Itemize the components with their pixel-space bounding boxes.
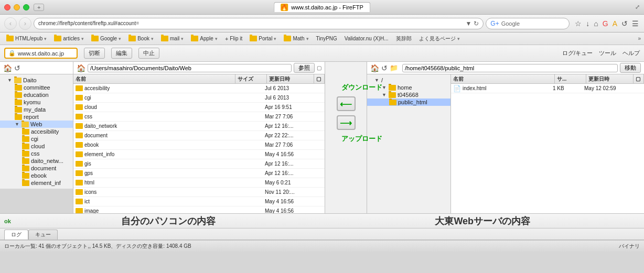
remote-nav-icon[interactable]: 🏠 <box>370 64 379 72</box>
folder-icon <box>15 107 22 113</box>
local-file-row[interactable]: icons Nov 11 20:... <box>73 188 325 197</box>
local-file-row[interactable]: gis Apr 12 16:... <box>73 159 325 169</box>
local-file-row[interactable]: cloud Apr 16 9:51 <box>73 103 325 112</box>
tree-item-ebook[interactable]: ebook <box>0 172 73 179</box>
home-icon[interactable]: ⌂ <box>593 18 599 29</box>
tab-favicon: 🔥 <box>281 4 288 11</box>
refresh-icon[interactable]: ↻ <box>474 20 479 27</box>
folder-icon <box>389 100 396 105</box>
ftp-right-buttons: ログ/キュー ツール ヘルプ <box>562 49 640 57</box>
local-file-row[interactable]: accesibility Jul 6 2013 <box>73 84 325 93</box>
tree-item-education[interactable]: education <box>0 91 73 99</box>
remote-path-input[interactable] <box>402 64 618 72</box>
col-header-date[interactable]: 更新日時 <box>267 74 314 83</box>
nav-icon-1[interactable]: ↓ <box>585 18 591 29</box>
new-tab-button[interactable]: + <box>34 4 44 11</box>
local-home-icon[interactable]: 🏠 <box>3 64 12 72</box>
tree-item-committee[interactable]: committee <box>0 84 73 91</box>
remote-tree-t045668[interactable]: ▼ t045668 <box>367 91 450 99</box>
bookmark-portal[interactable]: Portal▾ <box>246 35 280 42</box>
close-button[interactable] <box>4 4 10 10</box>
tree-item-elementinf[interactable]: element_inf <box>0 179 73 187</box>
addon-icon[interactable]: A <box>611 18 618 29</box>
local-ref-button[interactable]: 参照 <box>294 63 315 73</box>
bookmark-articles[interactable]: articles▾ <box>51 35 87 42</box>
remote-col-header-name[interactable]: 名前 <box>451 74 555 83</box>
tree-item-report[interactable]: report <box>0 113 73 121</box>
right-panel: 🏠 ↺ 📁 移動 ▼ / ▼ home ▼ <box>367 62 644 213</box>
remote-move-button[interactable]: 移動 <box>620 63 641 73</box>
file-name: element_info <box>84 151 114 157</box>
local-file-row[interactable]: image May 4 16:56 <box>73 206 325 213</box>
bookmark-html-epub[interactable]: HTML/epub▾ <box>3 35 50 42</box>
site-name: www.st.daito.ac.jp <box>18 50 64 57</box>
site-selector[interactable]: 🔒 www.st.daito.ac.jp <box>4 48 78 59</box>
tree-item-css[interactable]: css <box>0 150 73 157</box>
tree-item-document[interactable]: document <box>0 165 73 172</box>
disconnect-button[interactable]: 切断 <box>84 48 105 59</box>
bookmark-eijiro[interactable]: 英辞郎 <box>393 35 415 43</box>
tools-button[interactable]: ツール <box>599 49 616 57</box>
bookmarks-more-icon[interactable]: » <box>638 36 641 41</box>
local-file-row[interactable]: ebook Mar 27 7:06 <box>73 140 325 150</box>
bookmark-star-icon[interactable]: ☆ <box>574 18 583 29</box>
local-path-input[interactable] <box>88 64 292 72</box>
tree-item-web[interactable]: ▼ Web <box>0 121 73 128</box>
search-bar[interactable]: G+ Google <box>486 18 570 29</box>
local-file-row[interactable]: css Mar 27 7:06 <box>73 112 325 122</box>
stop-button[interactable]: 中止 <box>138 48 159 59</box>
folder-icon <box>389 85 396 91</box>
download-button[interactable]: ⟵ <box>337 96 356 111</box>
remote-col-header-date[interactable]: 更新日時 <box>586 74 634 83</box>
tree-item-daito[interactable]: ▼ Daito <box>0 77 73 84</box>
bookmark-mail[interactable]: mail▾ <box>158 35 187 42</box>
remote-tree-publichtml[interactable]: public_html <box>367 99 450 106</box>
folder-icon <box>250 36 257 41</box>
upload-button[interactable]: ⟶ <box>337 115 356 130</box>
remote-refresh-icon[interactable]: ↺ <box>381 64 388 72</box>
local-file-row[interactable]: document Apr 22 22:... <box>73 131 325 140</box>
tree-item-kyomu[interactable]: kyomu <box>0 99 73 106</box>
forward-button[interactable]: › <box>19 17 31 30</box>
maximize-button[interactable] <box>23 4 29 10</box>
local-file-row[interactable]: element_info May 4 16:56 <box>73 150 325 159</box>
local-file-row[interactable]: cgi Jul 6 2013 <box>73 93 325 103</box>
bookmark-flipit[interactable]: + Flip it <box>222 35 245 42</box>
bookmark-apple[interactable]: Apple▾ <box>188 35 221 42</box>
local-file-row[interactable]: html May 6 0:21 <box>73 178 325 188</box>
edit-button[interactable]: 編集 <box>111 48 132 59</box>
bookmark-yokumirupage[interactable]: よく見るページ▾ <box>416 35 463 43</box>
bookmark-validator[interactable]: Validator.nu (X)H... <box>341 35 392 42</box>
log-queue-button[interactable]: ログ/キュー <box>562 49 593 57</box>
persona-icon[interactable]: G <box>602 18 609 29</box>
url-dropdown-icon[interactable]: ▼ <box>465 20 471 27</box>
bookmark-math[interactable]: Math▾ <box>281 35 312 42</box>
bookmark-book[interactable]: Book▾ <box>125 35 157 42</box>
local-file-row[interactable]: daito_network Apr 12 16:... <box>73 122 325 131</box>
remote-file-row[interactable]: 📄 index.html 1 KB May 12 02:59 <box>451 84 644 93</box>
tree-item-daitonetw[interactable]: daito_netw... <box>0 157 73 165</box>
expand-button[interactable]: ⤢ <box>635 4 640 10</box>
back-button[interactable]: ‹ <box>4 17 17 30</box>
bookmark-tinypng[interactable]: TinyPNG <box>313 35 340 42</box>
log-tab[interactable]: ログ <box>4 230 28 239</box>
folder-icon <box>22 180 29 186</box>
tree-item-mydata[interactable]: my_data <box>0 106 73 113</box>
tree-item-cgi[interactable]: cgi <box>0 135 73 143</box>
local-file-row[interactable]: gps Apr 12 16:... <box>73 169 325 178</box>
url-bar[interactable]: chrome://fireftp/content/fireftp.xul#acc… <box>34 18 484 29</box>
help-button[interactable]: ヘルプ <box>622 49 640 57</box>
local-nav-home[interactable]: 🏠 <box>77 64 85 72</box>
tree-item-cloud[interactable]: cloud <box>0 143 73 150</box>
col-header-size[interactable]: サイズ <box>235 74 267 83</box>
queue-tab[interactable]: キュー <box>28 230 58 239</box>
menu-icon[interactable]: ☰ <box>631 18 640 29</box>
tree-item-accesibility[interactable]: accesibility <box>0 128 73 135</box>
local-refresh-icon[interactable]: ↺ <box>14 64 20 72</box>
folder-icon <box>54 36 61 41</box>
refresh-icon2[interactable]: ↺ <box>620 18 629 29</box>
local-file-row[interactable]: ict May 4 16:56 <box>73 197 325 206</box>
col-header-name[interactable]: 名前 <box>73 74 235 83</box>
minimize-button[interactable] <box>14 4 20 10</box>
bookmark-google[interactable]: Google▾ <box>88 35 124 42</box>
